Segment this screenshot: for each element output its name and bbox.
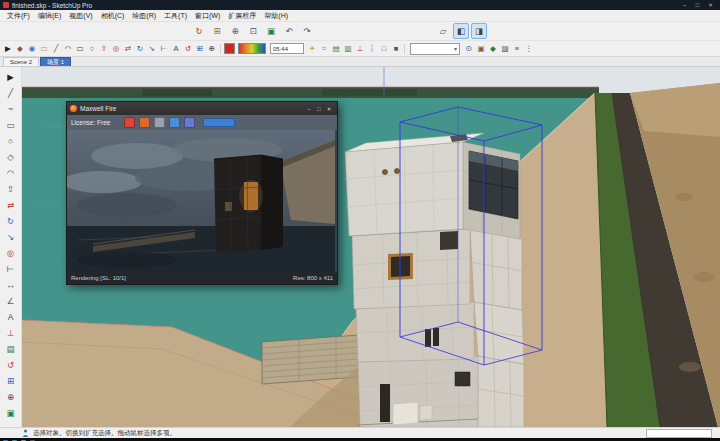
- circle-tool[interactable]: ○: [2, 133, 19, 148]
- scene-tab-1[interactable]: 场景 1: [40, 57, 71, 66]
- model-building[interactable]: [345, 133, 524, 427]
- render-stop-button[interactable]: [154, 117, 165, 128]
- minimize-button[interactable]: –: [678, 0, 691, 10]
- shadows-toggle-button[interactable]: ☀: [306, 43, 318, 55]
- scale-tool[interactable]: ↘: [2, 229, 19, 244]
- menu-item-8[interactable]: 帮助(H): [260, 11, 292, 21]
- orbit-button[interactable]: ↻: [191, 23, 207, 39]
- text-tool[interactable]: A: [2, 309, 19, 324]
- tape-measure-button[interactable]: ⊢: [158, 43, 170, 55]
- zoom-extents-button[interactable]: ▣: [263, 23, 279, 39]
- protractor-tool[interactable]: ∠: [2, 293, 19, 308]
- shaded-style-button[interactable]: ■: [390, 43, 402, 55]
- dimension-tool[interactable]: ↔: [2, 277, 19, 292]
- section-display-button[interactable]: ▤: [330, 43, 342, 55]
- menu-item-4[interactable]: 绘图(R): [128, 11, 160, 21]
- offset-button[interactable]: ◎: [110, 43, 122, 55]
- fog-toggle-button[interactable]: ≈: [318, 43, 330, 55]
- render-save-button[interactable]: [169, 117, 180, 128]
- zoom-button[interactable]: ⊕: [206, 43, 218, 55]
- color-gradient-strip[interactable]: [238, 43, 266, 54]
- zoom-window-button[interactable]: ⊡: [245, 23, 261, 39]
- pan-button[interactable]: ⊞: [194, 43, 206, 55]
- zoom-extents-tool[interactable]: ▣: [2, 405, 19, 420]
- push-pull-button[interactable]: ⇧: [98, 43, 110, 55]
- toolbar-separator: [220, 44, 221, 54]
- eraser-button[interactable]: ▭: [38, 43, 50, 55]
- render-options-button[interactable]: [184, 117, 195, 128]
- line-button[interactable]: ╱: [50, 43, 62, 55]
- title-bar[interactable]: finished.skp - SketchUp Pro –□✕: [0, 0, 720, 10]
- freehand-tool[interactable]: ~: [2, 101, 19, 116]
- move-tool[interactable]: ⇄: [2, 197, 19, 212]
- menu-item-2[interactable]: 视图(V): [65, 11, 96, 21]
- menu-item-3[interactable]: 相机(C): [97, 11, 129, 21]
- render-window[interactable]: Maxwell Fire –□✕ License: Free: [66, 101, 338, 285]
- polygon-tool[interactable]: ◇: [2, 149, 19, 164]
- close-button[interactable]: ✕: [704, 0, 717, 10]
- rectangle-tool[interactable]: ▭: [2, 117, 19, 132]
- pan-button[interactable]: ⊞: [209, 23, 225, 39]
- maximize-button[interactable]: □: [691, 0, 704, 10]
- rotate-button[interactable]: ↻: [134, 43, 146, 55]
- select-button[interactable]: ▶: [2, 43, 14, 55]
- layers-button[interactable]: ≡: [511, 43, 523, 55]
- geolocation-person-icon[interactable]: [22, 429, 29, 437]
- outliner-button[interactable]: ⋮: [523, 43, 535, 55]
- line-tool[interactable]: ╱: [2, 85, 19, 100]
- components-button[interactable]: ◆: [487, 43, 499, 55]
- wireframe-style-button[interactable]: □: [378, 43, 390, 55]
- model-info-button[interactable]: ⊙: [463, 43, 475, 55]
- render-maximize-button[interactable]: □: [314, 104, 324, 114]
- move-button[interactable]: ⇄: [122, 43, 134, 55]
- render-minimize-button[interactable]: –: [304, 104, 314, 114]
- offset-tool[interactable]: ◎: [2, 245, 19, 260]
- menu-item-5[interactable]: 工具(T): [160, 11, 191, 21]
- guides-toggle-button[interactable]: ┆: [366, 43, 378, 55]
- zoom-tool[interactable]: ⊕: [2, 389, 19, 404]
- paint-bucket-button[interactable]: ◉: [26, 43, 38, 55]
- text-button[interactable]: A: [170, 43, 182, 55]
- measurements-input[interactable]: [646, 429, 712, 438]
- section-plane-tool[interactable]: ▤: [2, 341, 19, 356]
- shaded-mode-toggle[interactable]: ◧: [453, 23, 469, 39]
- menu-item-7[interactable]: 扩展程序: [224, 11, 260, 21]
- render-start-button[interactable]: [124, 117, 135, 128]
- arc-tool[interactable]: ◠: [2, 165, 19, 180]
- circle-button[interactable]: ○: [86, 43, 98, 55]
- push-pull-tool[interactable]: ⇧: [2, 181, 19, 196]
- shadow-time-field[interactable]: 05:44: [270, 43, 304, 54]
- menu-item-6[interactable]: 窗口(W): [191, 11, 224, 21]
- axes-tool[interactable]: ⊥: [2, 325, 19, 340]
- materials-button[interactable]: ▣: [475, 43, 487, 55]
- menu-item-0[interactable]: 文件(F): [3, 11, 34, 21]
- rotate-tool[interactable]: ↻: [2, 213, 19, 228]
- next-view-button[interactable]: ↷: [299, 23, 315, 39]
- tape-measure-tool[interactable]: ⊢: [2, 261, 19, 276]
- render-refresh-button[interactable]: [139, 117, 150, 128]
- textured-mode-toggle[interactable]: ◨: [471, 23, 487, 39]
- styles-button[interactable]: ▨: [499, 43, 511, 55]
- render-window-title: Maxwell Fire: [80, 105, 116, 112]
- make-component-button[interactable]: ◆: [14, 43, 26, 55]
- previous-view-button[interactable]: ↶: [281, 23, 297, 39]
- pan-tool[interactable]: ⊞: [2, 373, 19, 388]
- rectangle-button[interactable]: ▭: [74, 43, 86, 55]
- zoom-button[interactable]: ⊕: [227, 23, 243, 39]
- orbit-tool[interactable]: ↺: [2, 357, 19, 372]
- xray-mode-toggle[interactable]: ▱: [435, 23, 451, 39]
- render-window-titlebar[interactable]: Maxwell Fire –□✕: [67, 102, 337, 115]
- arc-button[interactable]: ◠: [62, 43, 74, 55]
- section-cut-button[interactable]: ▥: [342, 43, 354, 55]
- select-tool[interactable]: ▶: [2, 69, 19, 84]
- toolbar-mid-icons: ☀≈▤▥⊥┆□■: [306, 43, 402, 55]
- active-color-chip[interactable]: [224, 43, 235, 54]
- scale-button[interactable]: ↘: [146, 43, 158, 55]
- orbit-button[interactable]: ↺: [182, 43, 194, 55]
- render-close-button[interactable]: ✕: [324, 104, 334, 114]
- axes-toggle-button[interactable]: ⊥: [354, 43, 366, 55]
- scene-tab-0[interactable]: Scene 2: [3, 57, 39, 66]
- style-dropdown[interactable]: ▾: [410, 43, 460, 55]
- menu-item-1[interactable]: 编辑(E): [34, 11, 65, 21]
- viewport[interactable]: Maxwell Fire –□✕ License: Free: [22, 67, 720, 427]
